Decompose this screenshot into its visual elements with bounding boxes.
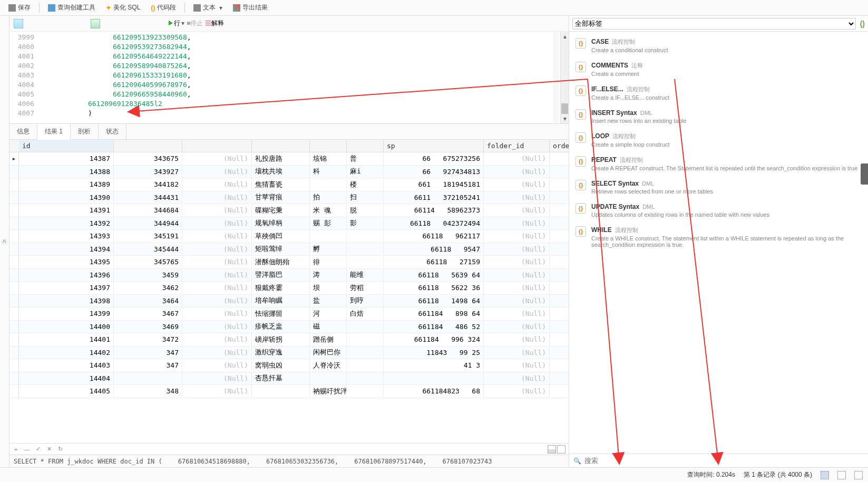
table-row[interactable]: 14394345444(Null)矩啦莺绰孵66118 9547 (Null): [9, 243, 569, 256]
table-row[interactable]: 143993467(Null)怯缩挪留河白焙661184 898 64(Null…: [9, 307, 569, 321]
star-icon: ✦: [106, 4, 111, 12]
snippet-item[interactable]: {}UPDATE SyntaxDMLUpdates columns of exi…: [569, 199, 868, 222]
table-row[interactable]: 14388343927(Null)壤枕共埃科麻i66 927434813(Nul…: [9, 166, 569, 179]
save-button[interactable]: 保存: [4, 2, 35, 14]
col-f[interactable]: [347, 140, 384, 152]
minimap: [553, 32, 559, 123]
stop-button: ■停止: [187, 19, 203, 28]
tab-状态[interactable]: 状态: [99, 124, 126, 139]
snippet-icon: {}: [576, 85, 586, 96]
status-icon-1[interactable]: [821, 471, 829, 479]
col-d[interactable]: [252, 140, 310, 152]
snippet-item[interactable]: {}CASE流程控制Create a conditional construct: [569, 34, 868, 57]
apply-button[interactable]: ✓: [34, 446, 42, 452]
snippet-icon: {}: [576, 226, 586, 237]
tag-filter-select[interactable]: 全部标签: [572, 18, 856, 30]
right-collapse-handle[interactable]: [861, 163, 868, 185]
grid-toolbar: + — ✓ ✕ ↻: [9, 443, 569, 455]
snippet-item[interactable]: {}INSERT SyntaxDMLInsert new rows into a…: [569, 105, 868, 128]
connection-combo-1[interactable]: [14, 19, 23, 28]
tab-结果 1[interactable]: 结果 1: [37, 124, 71, 140]
table-row[interactable]: 144013472(Null)磺岸斩拐蹭岳侧661184 996 324(Nul…: [9, 333, 569, 346]
tab-信息[interactable]: 信息: [9, 124, 37, 139]
status-bar: 查询时间: 0.204s 第 1 条记录 (共 4000 条): [0, 467, 868, 482]
connection-combo-2[interactable]: [91, 19, 100, 28]
qb-label: 查询创建工具: [57, 3, 95, 12]
scroll-thumb[interactable]: [561, 103, 568, 114]
export-label: 导出结果: [242, 3, 268, 12]
table-row[interactable]: 14403347(Null)窝弱虫凶人脊冷沃 41 3(Null): [9, 359, 569, 372]
snippet-icon: {}: [576, 109, 586, 120]
table-row[interactable]: 144003469(Null)疹帆乏盅磁661184 486 52(Null): [9, 321, 569, 334]
text-label: 文本: [203, 3, 216, 12]
sql-text: SELECT * FROM j_wkdoc WHERE doc_id IN (: [14, 458, 162, 465]
query-time-value: 0.204s: [716, 471, 735, 478]
snippet-icon: {}: [576, 38, 586, 49]
table-row[interactable]: 143983464(Null)培牟响瞩盐到哼66118 1498 64(Null…: [9, 295, 569, 308]
snippet-panel: 全部标签 () {}CASE流程控制Create a conditional c…: [569, 16, 868, 467]
col-id[interactable]: id: [19, 140, 114, 152]
add-row-button[interactable]: +: [13, 446, 19, 452]
table-row[interactable]: 143973462(Null)狠戴疼霎坝劳稻66118 5622 36(Null…: [9, 282, 569, 295]
col-e[interactable]: [310, 140, 347, 152]
scroll-down-icon[interactable]: ▾: [561, 115, 569, 122]
beautify-label: 美化 SQL: [113, 3, 140, 12]
record-info: 第 1 条记录 (共 4000 条): [744, 470, 812, 479]
text-button[interactable]: 文本▾: [189, 2, 227, 14]
table-row[interactable]: 14404(Null)杏恳扦墓 (Null): [9, 372, 569, 385]
search-input[interactable]: [584, 457, 864, 465]
col-sp[interactable]: sp: [384, 140, 484, 152]
snippet-icon: {}: [576, 203, 586, 214]
code-icon: (): [151, 4, 155, 12]
table-row[interactable]: 14395345765(Null)潜酥佃朗殆徘66118 27159(Null): [9, 256, 569, 269]
cancel-button[interactable]: ✕: [45, 446, 53, 452]
col-order[interactable]: order_: [550, 140, 569, 152]
snippet-icon: {}: [576, 62, 586, 72]
table-row[interactable]: 14405348(Null)衲赐吁扰泮661184823 68(Null): [9, 385, 569, 398]
snippet-item[interactable]: {}SELECT SyntaxDMLRetrieve rows selected…: [569, 176, 868, 199]
explain-button[interactable]: ☰解释: [205, 19, 224, 28]
status-icon-3[interactable]: [854, 471, 863, 479]
table-row[interactable]: 14402347(Null)激织穿逸闲树巴你11843 99 25(Null): [9, 346, 569, 360]
table-row[interactable]: 14390344431(Null)甘苹背痕拍扫6611 372105241(Nu…: [9, 191, 569, 205]
table-row[interactable]: ▸14387343675(Null)礼投唐路垓锦普66 675273256(Nu…: [9, 152, 569, 166]
col-folder-id[interactable]: folder_id: [484, 140, 550, 152]
table-row[interactable]: 143963459(Null)譬洋脂巴涛能维66118 5639 64(Null…: [9, 269, 569, 282]
col-b[interactable]: [114, 140, 182, 152]
snippet-item[interactable]: {}IF...ELSE...流程控制Create a IF...ELSE... …: [569, 81, 868, 105]
table-row[interactable]: 14392344944(Null)规氧绰柄赐 彭影66118 042372494…: [9, 217, 569, 230]
line-gutter: 399940004001400240034004400540064007: [9, 32, 38, 123]
left-tab-stub[interactable]: ic: [0, 16, 9, 467]
snippet-item[interactable]: {}WHILE流程控制Create a WHILE construct. The…: [569, 222, 868, 252]
col-c[interactable]: [182, 140, 252, 152]
beautify-button[interactable]: ✦美化 SQL: [102, 2, 144, 14]
scroll-up-icon[interactable]: ▴: [561, 33, 569, 40]
status-icon-2[interactable]: [837, 471, 846, 479]
view-table-icon[interactable]: [548, 445, 556, 454]
sql-editor[interactable]: 399940004001400240034004400540064007 661…: [9, 32, 569, 124]
paren-icon[interactable]: (): [860, 20, 865, 28]
snippet-item[interactable]: {}LOOP流程控制Create a simple loop construct: [569, 128, 868, 152]
code-area[interactable]: 661209513923309568, 661209539273682944, …: [38, 32, 560, 123]
search-icon: 🔍: [573, 457, 581, 465]
export-icon: [233, 4, 240, 12]
view-form-icon[interactable]: [557, 445, 565, 454]
main-toolbar: 保存 查询创建工具 ✦美化 SQL ()代码段 文本▾ 导出结果: [0, 0, 868, 16]
snippet-search[interactable]: 🔍: [569, 454, 868, 467]
delete-row-button[interactable]: —: [22, 446, 31, 452]
snippet-item[interactable]: {}COMMENTS注释Create a comment: [569, 57, 868, 81]
query-builder-button[interactable]: 查询创建工具: [44, 2, 100, 14]
tab-剖析[interactable]: 剖析: [71, 124, 99, 139]
table-row[interactable]: 14393345191(Null)草殃倘凹66118 962117(Null): [9, 230, 569, 243]
refresh-button[interactable]: ↻: [56, 446, 64, 452]
table-row[interactable]: 14389344182(Null)焦猜畜瓷楼661 181945181(Null…: [9, 178, 569, 191]
export-button[interactable]: 导出结果: [229, 2, 272, 14]
code-snippet-button[interactable]: ()代码段: [147, 2, 180, 14]
editor-scrollbar[interactable]: ▴ ▾: [560, 32, 569, 123]
snippet-icon: {}: [576, 132, 586, 143]
snippet-icon: {}: [576, 180, 586, 190]
run-button[interactable]: ▶行▾: [168, 19, 184, 28]
snippet-item[interactable]: {}REPEAT流程控制Create A REPEAT construct. T…: [569, 152, 868, 176]
table-row[interactable]: 14391344684(Null)碟糊宅秉米 魂脱66114 58962373(…: [9, 204, 569, 217]
result-grid[interactable]: id sp folder_id order_ ▸14387343675(Null…: [9, 140, 569, 443]
